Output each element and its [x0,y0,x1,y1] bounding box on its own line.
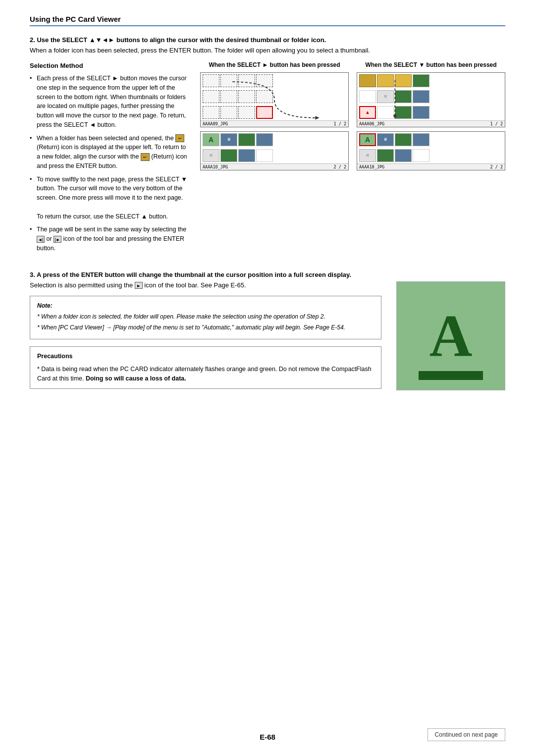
step2-description: When a folder icon has been selected, pr… [30,47,505,54]
ts-cell [395,74,412,87]
ts-cell-a: A [203,133,219,146]
precaution-title: Precautions [37,352,374,361]
bullet-list: Each press of the SELECT ► button moves … [30,74,188,253]
ts-cell [359,90,376,103]
note-item-2: * When [PC Card Viewer] → [Play mode] of… [37,323,374,332]
ts-cell [203,90,219,103]
ts-cell [238,90,255,103]
ts-cell [395,133,412,146]
ts-row-1 [201,73,348,89]
ts-cell [395,90,412,103]
ts-cell-x: ✕ [377,90,394,103]
step2-block: 2. Use the SELECT ▲▼◄► buttons to align … [30,36,505,257]
page-number: E-68 [260,733,275,741]
precaution-text: * Data is being read when the PC CARD in… [37,365,374,384]
step2-heading: 2. Use the SELECT ▲▼◄► buttons to align … [30,36,505,44]
thumb-col-1: When the SELECT ► button has been presse… [200,61,349,174]
return-icon-2: ↩ [141,153,150,161]
ts-cell [220,149,237,162]
ts-cell [413,90,429,103]
ts-cell [413,133,429,146]
ts-cell [256,133,273,146]
precaution-box: Precautions * Data is being read when th… [30,346,381,389]
page: Using the PC Card Viewer 2. Use the SELE… [0,0,535,756]
return-icon: ↩ [175,134,184,142]
selection-method-area: Selection Method Each press of the SELEC… [30,61,188,257]
ts-row-2 [201,89,348,105]
play-icon: ► [135,282,143,289]
step3-content: Selection is also permitted using the ► … [30,281,505,390]
ts-cell-m: 🖥 [220,133,237,146]
ts-cell [203,74,219,87]
prev-icon: ◄| [37,236,45,243]
ts-row-1: A 🖥 [357,132,505,148]
selection-method-title: Selection Method [30,61,188,71]
ts-row-1 [357,73,505,89]
ts-cell [203,106,219,119]
step3-description: Selection is also permitted using the ► … [30,281,381,289]
col2-screen2: A 🖥 ✕ AAAA10_JPG [357,131,505,170]
large-a-base [419,371,483,380]
ts-cell-m: 🖥 [377,133,394,146]
note-box: Note: * When a folder icon is selected, … [30,296,381,339]
ts-cell [413,106,429,119]
ts-row-2: ✕ [357,148,505,163]
col1-screen2: A 🖥 ✕ AAAA10_JPG [200,131,349,170]
large-a-display: A [396,281,505,390]
step3-left: Selection is also permitted using the ► … [30,281,381,390]
ts-cell-x: ✕ [359,149,376,162]
ts-row-1: A 🖥 [201,132,348,148]
ts-cell [238,74,255,87]
ts-cell [256,149,273,162]
ts-cell [413,149,429,162]
the-text: the [178,226,186,233]
ts-cell [220,106,237,119]
next-icon: |► [54,236,61,243]
ts-cell [395,106,412,119]
ts-row-2: ✕ [357,89,505,105]
ts-cell [256,90,273,103]
col1-screen1: AAAA09_JPG 1 / 2 [200,72,349,127]
section-title: Using the PC Card Viewer [30,15,121,23]
col1-s2-filename: AAAA10_JPG 2 / 2 [201,163,348,170]
thumbnails-area: When the SELECT ► button has been presse… [200,61,505,174]
ts-cell [413,74,429,87]
continued-on-next-page: Continued on next page [428,728,505,741]
ts-cell [377,149,394,162]
bullet-3: To move swiftly to the next page, press … [30,175,188,221]
col2-label: When the SELECT ▼ button has been presse… [357,61,505,69]
section-header: Using the PC Card Viewer [30,15,505,26]
bullet-2: When a folder has been selected and open… [30,134,188,171]
step2-content: Selection Method Each press of the SELEC… [30,61,505,257]
thumb-col-2: When the SELECT ▼ button has been presse… [357,61,505,174]
bullet-4: The page will be sent in the same way by… [30,225,188,253]
ts-cell [256,106,273,119]
ts-cell [377,106,394,119]
ts-cell [238,149,255,162]
ts-cell-a: A [359,133,376,146]
ts-cell [256,74,273,87]
ts-row-3 [201,105,348,120]
ts-cell-x: ✕ [203,149,219,162]
ts-row-2: ✕ [201,148,348,163]
col1-s1-filename: AAAA09_JPG 1 / 2 [201,120,348,127]
ts-row-3: ▲ [357,105,505,120]
col2-s2-filename: AAAA10_JPG 2 / 2 [357,163,505,170]
col2-screen1: ✕ ▲ [357,72,505,127]
ts-cell [238,106,255,119]
note-title: Note: [37,301,374,310]
ts-cell [220,74,237,87]
step3-block: 3. A press of the ENTER button will chan… [30,271,505,390]
ts-cell [359,74,376,87]
bullet-1: Each press of the SELECT ► button moves … [30,74,188,130]
ts-cell [238,133,255,146]
note-item-1: * When a folder icon is selected, the fo… [37,312,374,321]
ts-cell-selected: ▲ [359,106,376,119]
ts-cell [377,74,394,87]
ts-cell [220,90,237,103]
large-a-letter: A [429,306,473,366]
step3-heading: 3. A press of the ENTER button will chan… [30,271,505,278]
ts-cell [395,149,412,162]
step3-right: A [396,281,505,390]
col2-s1-filename: AAAA06_JPG 1 / 2 [357,120,505,127]
